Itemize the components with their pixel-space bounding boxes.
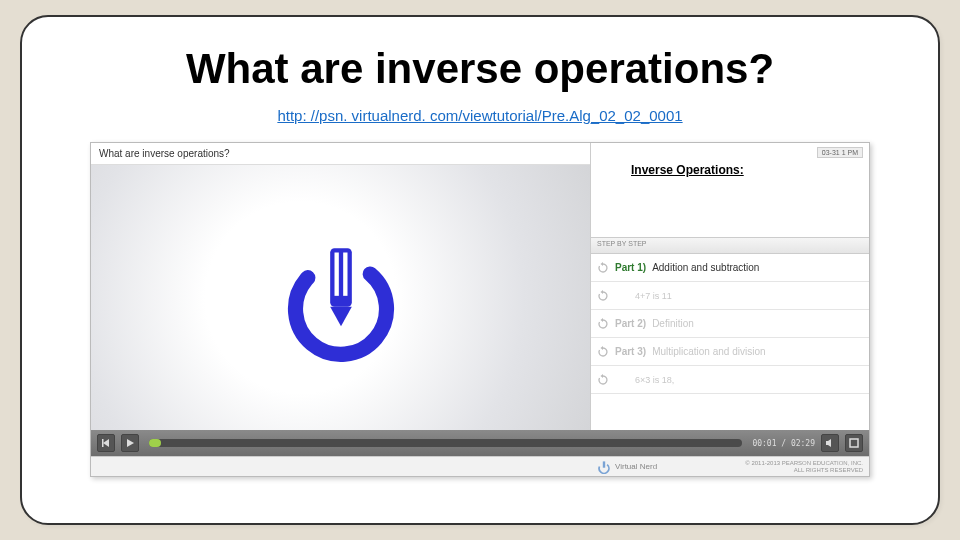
svg-rect-11 [102,439,104,447]
step-item[interactable]: Part 1) Addition and subtraction [591,254,869,282]
play-icon [125,438,135,448]
copyright-line1: © 2011-2013 PEARSON EDUCATION, INC. [745,460,863,467]
video-pane: What are inverse operations? [91,143,591,430]
time-display: 00:01 / 02:29 [752,439,815,448]
steps-header: STEP BY STEP [591,238,869,254]
step-item[interactable]: 6×3 is 18, [591,366,869,394]
link-row: http: //psn. virtualnerd. com/viewtutori… [52,107,908,124]
svg-marker-7 [601,318,604,322]
svg-marker-2 [330,306,352,326]
volume-button[interactable] [821,434,839,452]
reload-icon [597,346,609,358]
svg-rect-14 [850,439,858,447]
copyright-line2: ALL RIGHTS RESERVED [745,467,863,474]
copyright: © 2011-2013 PEARSON EDUCATION, INC. ALL … [745,460,863,473]
svg-rect-16 [603,461,605,467]
prev-icon [101,438,111,448]
svg-marker-13 [826,439,831,447]
step-item[interactable]: Part 2) Definition [591,310,869,338]
play-button[interactable] [121,434,139,452]
svg-marker-12 [127,439,134,447]
brand-text: Virtual Nerd [615,462,657,471]
step-item[interactable]: 4+7 is 11 [591,282,869,310]
svg-rect-1 [330,248,352,306]
reload-icon [597,318,609,330]
step-desc: 6×3 is 18, [635,375,674,385]
svg-marker-9 [601,374,604,378]
svg-marker-6 [601,290,604,294]
reload-icon [597,262,609,274]
reload-icon [597,290,609,302]
step-part: Part 3) [615,346,646,357]
step-item[interactable]: Part 3) Multiplication and division [591,338,869,366]
video-stage[interactable] [91,165,590,430]
brand: Virtual Nerd [597,460,657,474]
fullscreen-button[interactable] [845,434,863,452]
step-part: Part 2) [615,318,646,329]
volume-icon [825,438,835,448]
slide-card: What are inverse operations? http: //psn… [20,15,940,525]
video-player: What are inverse operations? 03-31 1 PM … [90,142,870,477]
side-pane: 03-31 1 PM Inverse Operations: STEP BY S… [591,143,869,430]
svg-rect-3 [334,252,338,295]
step-desc: Definition [652,318,694,329]
step-desc: Multiplication and division [652,346,765,357]
slide-title: What are inverse operations? [52,45,908,93]
concept-badge: 03-31 1 PM [817,147,863,158]
concept-title: Inverse Operations: [631,163,859,177]
svg-marker-8 [601,346,604,350]
player-body: What are inverse operations? 03-31 1 PM … [91,143,869,430]
steps-list: Part 1) Addition and subtraction 4+7 is … [591,254,869,430]
step-desc: Addition and subtraction [652,262,759,273]
virtualnerd-logo-icon [276,233,406,363]
step-part: Part 1) [615,262,646,273]
player-controls: 00:01 / 02:29 [91,430,869,456]
progress-fill [149,439,161,447]
step-desc: 4+7 is 11 [635,291,672,301]
svg-marker-10 [103,439,109,447]
prev-button[interactable] [97,434,115,452]
svg-rect-4 [343,252,347,295]
fullscreen-icon [849,438,859,448]
svg-marker-5 [601,262,604,266]
concept-box: 03-31 1 PM Inverse Operations: [591,143,869,238]
reload-icon [597,374,609,386]
tutorial-link[interactable]: http: //psn. virtualnerd. com/viewtutori… [277,107,682,124]
video-question: What are inverse operations? [91,143,590,165]
progress-bar[interactable] [149,439,742,447]
player-footer: Virtual Nerd © 2011-2013 PEARSON EDUCATI… [91,456,869,476]
brand-icon [597,460,611,474]
